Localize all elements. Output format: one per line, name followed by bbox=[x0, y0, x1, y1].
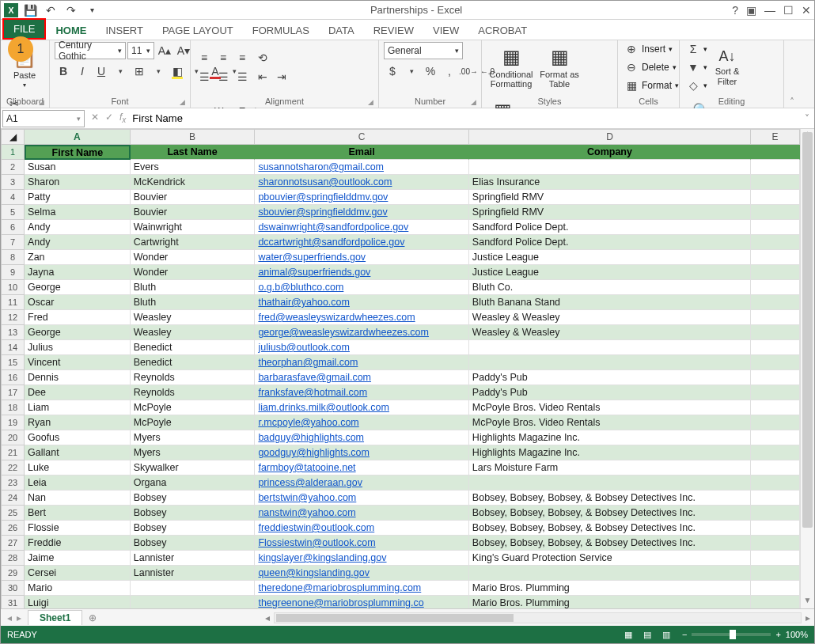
cell[interactable] bbox=[751, 551, 800, 566]
cell[interactable] bbox=[751, 506, 800, 521]
cell[interactable]: Benedict bbox=[131, 340, 256, 355]
cell[interactable] bbox=[751, 310, 800, 325]
cell[interactable]: Bluth bbox=[131, 295, 256, 310]
cell[interactable]: Freddie bbox=[25, 536, 131, 551]
cell[interactable]: Organa bbox=[131, 475, 256, 491]
cell[interactable] bbox=[751, 205, 800, 220]
row-header[interactable]: 21 bbox=[1, 445, 25, 460]
cell[interactable]: fred@weasleyswizardwheezes.com bbox=[255, 310, 468, 325]
row-header[interactable]: 15 bbox=[1, 355, 25, 370]
row-header[interactable]: 4 bbox=[1, 190, 25, 205]
row-header[interactable]: 25 bbox=[1, 506, 25, 521]
row-header[interactable]: 29 bbox=[1, 566, 25, 581]
cell[interactable]: Lannister bbox=[131, 566, 256, 581]
cell[interactable]: Nan bbox=[25, 491, 131, 506]
horizontal-scrollbar[interactable]: ◂ ▸ bbox=[261, 612, 814, 623]
email-link[interactable]: farmboy@tatooine.net bbox=[258, 462, 355, 473]
cell[interactable]: Flossiestwin@outlook.com bbox=[255, 536, 468, 551]
cell[interactable]: Mario Bros. Plumming bbox=[469, 581, 751, 596]
email-link[interactable]: queen@kingslanding.gov bbox=[258, 567, 370, 578]
email-link[interactable]: dswainwright@sandfordpolice.gov bbox=[258, 222, 408, 233]
percent-format-icon[interactable]: % bbox=[422, 63, 439, 80]
cell[interactable]: Flossie bbox=[25, 521, 131, 536]
cell[interactable]: Andy bbox=[25, 235, 131, 250]
row-header[interactable]: 2 bbox=[1, 160, 25, 175]
cell[interactable]: freddiestwin@outlook.com bbox=[255, 521, 468, 536]
cell[interactable] bbox=[751, 415, 800, 430]
cell[interactable]: Myers bbox=[131, 430, 256, 445]
cell[interactable]: Julius bbox=[25, 340, 131, 355]
cell[interactable]: Bobsey bbox=[131, 536, 256, 551]
cell[interactable]: Bobsey, Bobsey, Bobsey, & Bobsey Detecti… bbox=[469, 491, 751, 506]
cell[interactable]: Bluth Co. bbox=[469, 280, 751, 295]
cell[interactable]: Leia bbox=[25, 475, 131, 491]
cell[interactable]: Paddy's Pub bbox=[469, 370, 751, 385]
cell[interactable]: Luigi bbox=[25, 596, 131, 608]
cell[interactable]: Springfield RMV bbox=[469, 190, 751, 205]
email-link[interactable]: o.g.b@bluthco.com bbox=[258, 282, 343, 293]
email-link[interactable]: badguy@highlights.com bbox=[258, 432, 364, 443]
scroll-down-icon[interactable]: ▼ bbox=[801, 596, 814, 608]
borders-icon[interactable]: ⊞ bbox=[131, 63, 148, 80]
cell[interactable] bbox=[751, 445, 800, 460]
row-header[interactable]: 31 bbox=[1, 596, 25, 608]
cell[interactable]: Lars Moisture Farm bbox=[469, 460, 751, 475]
align-right-icon[interactable]: ☰ bbox=[233, 68, 251, 85]
cell[interactable]: queen@kingslanding.gov bbox=[255, 566, 468, 581]
row-header[interactable]: 18 bbox=[1, 400, 25, 415]
row-header[interactable]: 23 bbox=[1, 475, 25, 491]
cell[interactable]: Skywalker bbox=[131, 460, 256, 475]
cell[interactable]: barbarasfave@gmail.com bbox=[255, 370, 468, 385]
cell[interactable]: sbouvier@springfielddmv.gov bbox=[255, 205, 468, 220]
cell[interactable] bbox=[751, 400, 800, 415]
decrease-font-icon[interactable]: A▾ bbox=[175, 42, 192, 59]
cell[interactable]: Wainwright bbox=[131, 220, 256, 235]
tab-home[interactable]: HOME bbox=[46, 21, 96, 40]
cell[interactable] bbox=[751, 596, 800, 608]
number-format-combo[interactable]: General▾ bbox=[384, 42, 463, 59]
tab-insert[interactable]: INSERT bbox=[96, 21, 152, 40]
cell[interactable] bbox=[751, 175, 800, 190]
email-link[interactable]: nanstwin@yahoo.com bbox=[258, 507, 355, 518]
cell[interactable] bbox=[751, 250, 800, 265]
minimize-icon[interactable]: — bbox=[764, 4, 775, 17]
zoom-out-icon[interactable]: − bbox=[682, 630, 687, 639]
cell[interactable]: Last Name bbox=[131, 145, 256, 160]
cell[interactable]: juliusb@outlook.com bbox=[255, 340, 468, 355]
row-header[interactable]: 6 bbox=[1, 220, 25, 235]
cell[interactable]: Bluth Banana Stand bbox=[469, 295, 751, 310]
cell[interactable]: King's Guard Protection Service bbox=[469, 551, 751, 566]
cell[interactable]: badguy@highlights.com bbox=[255, 430, 468, 445]
cell[interactable]: Bobsey, Bobsey, Bobsey, & Bobsey Detecti… bbox=[469, 536, 751, 551]
font-name-combo[interactable]: Century Gothic▾ bbox=[55, 42, 126, 59]
cell[interactable] bbox=[751, 145, 800, 160]
row-header[interactable]: 12 bbox=[1, 310, 25, 325]
cancel-formula-icon[interactable]: ✕ bbox=[91, 112, 99, 124]
scroll-left-icon[interactable]: ◂ bbox=[261, 612, 274, 623]
tab-data[interactable]: DATA bbox=[319, 21, 364, 40]
row-header[interactable]: 16 bbox=[1, 370, 25, 385]
scroll-right-icon[interactable]: ▸ bbox=[802, 612, 814, 623]
cell[interactable] bbox=[751, 385, 800, 400]
normal-view-icon[interactable]: ▦ bbox=[619, 627, 638, 642]
clear-icon[interactable]: ◇ bbox=[684, 77, 702, 94]
cell[interactable]: thegreenone@mariobrosplumming.co bbox=[255, 596, 468, 608]
autosum-icon[interactable]: Σ bbox=[684, 40, 702, 58]
cell[interactable]: sharonnotsusan@outlook.com bbox=[255, 175, 468, 190]
orientation-icon[interactable]: ⟲ bbox=[254, 49, 271, 66]
email-link[interactable]: water@superfriends.gov bbox=[258, 252, 366, 263]
cell[interactable] bbox=[751, 355, 800, 370]
cell[interactable]: susannotsharon@gmail.com bbox=[255, 160, 468, 175]
cell[interactable]: McPoyle bbox=[131, 400, 256, 415]
cell[interactable]: Wonder bbox=[131, 265, 256, 280]
maximize-icon[interactable]: ☐ bbox=[783, 4, 794, 17]
cell[interactable]: kingslayer@kingslanding.gov bbox=[255, 551, 468, 566]
cell[interactable]: Weasley & Weasley bbox=[469, 325, 751, 340]
bold-button[interactable]: B bbox=[55, 63, 72, 80]
chevron-down-icon[interactable]: ▾ bbox=[403, 63, 420, 80]
cell[interactable]: Bouvier bbox=[131, 190, 256, 205]
cell[interactable]: Liam bbox=[25, 400, 131, 415]
row-header[interactable]: 1 bbox=[1, 145, 25, 160]
cell[interactable]: water@superfriends.gov bbox=[255, 250, 468, 265]
increase-font-icon[interactable]: A▴ bbox=[156, 42, 173, 59]
